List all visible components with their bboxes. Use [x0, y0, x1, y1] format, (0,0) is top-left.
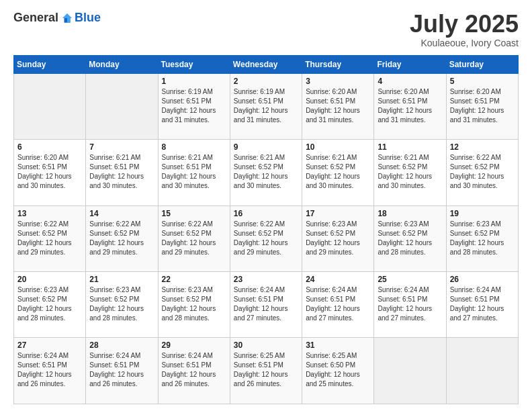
- day-info: Sunrise: 6:21 AMSunset: 6:51 PMDaylight:…: [162, 153, 226, 191]
- day-number: 13: [17, 209, 82, 218]
- day-number: 2: [234, 77, 298, 86]
- day-info: Sunrise: 6:21 AMSunset: 6:52 PMDaylight:…: [378, 153, 442, 191]
- calendar-cell: [374, 338, 446, 404]
- page: General Blue July 2025 Koulaeoue, Ivory …: [0, 0, 532, 411]
- calendar-week-row: 27Sunrise: 6:24 AMSunset: 6:51 PMDayligh…: [14, 338, 519, 404]
- day-info: Sunrise: 6:22 AMSunset: 6:52 PMDaylight:…: [162, 220, 226, 257]
- day-number: 24: [306, 275, 370, 284]
- calendar-cell: 7Sunrise: 6:21 AMSunset: 6:51 PMDaylight…: [86, 140, 158, 205]
- day-info: Sunrise: 6:24 AMSunset: 6:51 PMDaylight:…: [162, 351, 226, 389]
- calendar-cell: [446, 338, 518, 404]
- calendar: SundayMondayTuesdayWednesdayThursdayFrid…: [13, 55, 519, 404]
- calendar-cell: 22Sunrise: 6:23 AMSunset: 6:52 PMDayligh…: [158, 272, 230, 338]
- day-number: 19: [450, 209, 515, 218]
- day-info: Sunrise: 6:19 AMSunset: 6:51 PMDaylight:…: [162, 87, 226, 125]
- calendar-cell: 3Sunrise: 6:20 AMSunset: 6:51 PMDaylight…: [302, 73, 374, 139]
- day-info: Sunrise: 6:20 AMSunset: 6:51 PMDaylight:…: [450, 87, 515, 125]
- day-number: 29: [162, 340, 226, 350]
- day-number: 1: [162, 77, 226, 86]
- calendar-cell: 26Sunrise: 6:24 AMSunset: 6:51 PMDayligh…: [446, 272, 518, 338]
- day-number: 20: [17, 275, 82, 284]
- calendar-cell: 25Sunrise: 6:24 AMSunset: 6:51 PMDayligh…: [374, 272, 446, 338]
- location-title: Koulaeoue, Ivory Coast: [410, 38, 519, 48]
- day-number: 31: [306, 340, 370, 350]
- calendar-cell: 28Sunrise: 6:24 AMSunset: 6:51 PMDayligh…: [86, 338, 158, 404]
- day-info: Sunrise: 6:20 AMSunset: 6:51 PMDaylight:…: [306, 87, 370, 125]
- day-number: 12: [450, 142, 515, 152]
- day-number: 21: [89, 275, 154, 284]
- calendar-cell: 14Sunrise: 6:22 AMSunset: 6:52 PMDayligh…: [86, 205, 158, 271]
- day-number: 10: [306, 142, 370, 152]
- calendar-cell: 29Sunrise: 6:24 AMSunset: 6:51 PMDayligh…: [158, 338, 230, 404]
- day-number: 16: [234, 209, 298, 218]
- month-title: July 2025: [410, 11, 519, 38]
- day-info: Sunrise: 6:24 AMSunset: 6:51 PMDaylight:…: [89, 351, 154, 389]
- day-number: 30: [234, 340, 298, 350]
- weekday-header: Thursday: [302, 55, 374, 73]
- calendar-cell: [86, 73, 158, 139]
- day-number: 22: [162, 275, 226, 284]
- calendar-cell: 8Sunrise: 6:21 AMSunset: 6:51 PMDaylight…: [158, 140, 230, 205]
- day-number: 17: [306, 209, 370, 218]
- calendar-cell: 17Sunrise: 6:23 AMSunset: 6:52 PMDayligh…: [302, 205, 374, 271]
- day-number: 9: [234, 142, 298, 152]
- day-info: Sunrise: 6:24 AMSunset: 6:51 PMDaylight:…: [306, 285, 370, 323]
- calendar-cell: 1Sunrise: 6:19 AMSunset: 6:51 PMDaylight…: [158, 73, 230, 139]
- calendar-header-row: SundayMondayTuesdayWednesdayThursdayFrid…: [14, 55, 519, 73]
- weekday-header: Monday: [86, 55, 158, 73]
- day-info: Sunrise: 6:22 AMSunset: 6:52 PMDaylight:…: [89, 220, 154, 257]
- day-number: 5: [450, 77, 515, 86]
- day-number: 23: [234, 275, 298, 284]
- calendar-cell: 13Sunrise: 6:22 AMSunset: 6:52 PMDayligh…: [14, 205, 86, 271]
- day-info: Sunrise: 6:24 AMSunset: 6:51 PMDaylight:…: [17, 351, 82, 389]
- calendar-cell: 12Sunrise: 6:22 AMSunset: 6:52 PMDayligh…: [446, 140, 518, 205]
- header: General Blue July 2025 Koulaeoue, Ivory …: [13, 11, 519, 48]
- day-number: 18: [378, 209, 442, 218]
- title-section: July 2025 Koulaeoue, Ivory Coast: [410, 11, 519, 48]
- logo: General Blue: [13, 11, 101, 25]
- day-info: Sunrise: 6:22 AMSunset: 6:52 PMDaylight:…: [17, 220, 82, 257]
- day-number: 8: [162, 142, 226, 152]
- calendar-week-row: 6Sunrise: 6:20 AMSunset: 6:51 PMDaylight…: [14, 140, 519, 205]
- day-info: Sunrise: 6:20 AMSunset: 6:51 PMDaylight:…: [378, 87, 442, 125]
- day-info: Sunrise: 6:22 AMSunset: 6:52 PMDaylight:…: [450, 153, 515, 191]
- calendar-cell: 15Sunrise: 6:22 AMSunset: 6:52 PMDayligh…: [158, 205, 230, 271]
- logo-icon: [61, 12, 73, 24]
- day-info: Sunrise: 6:25 AMSunset: 6:50 PMDaylight:…: [306, 351, 370, 389]
- calendar-week-row: 20Sunrise: 6:23 AMSunset: 6:52 PMDayligh…: [14, 272, 519, 338]
- calendar-week-row: 1Sunrise: 6:19 AMSunset: 6:51 PMDaylight…: [14, 73, 519, 139]
- calendar-cell: 21Sunrise: 6:23 AMSunset: 6:52 PMDayligh…: [86, 272, 158, 338]
- calendar-cell: 9Sunrise: 6:21 AMSunset: 6:52 PMDaylight…: [230, 140, 302, 205]
- day-info: Sunrise: 6:24 AMSunset: 6:51 PMDaylight:…: [450, 285, 515, 323]
- day-number: 7: [89, 142, 154, 152]
- day-info: Sunrise: 6:23 AMSunset: 6:52 PMDaylight:…: [17, 285, 82, 323]
- day-info: Sunrise: 6:21 AMSunset: 6:51 PMDaylight:…: [89, 153, 154, 191]
- weekday-header: Saturday: [446, 55, 518, 73]
- calendar-cell: [14, 73, 86, 139]
- day-number: 26: [450, 275, 515, 284]
- day-info: Sunrise: 6:23 AMSunset: 6:52 PMDaylight:…: [306, 220, 370, 257]
- day-info: Sunrise: 6:23 AMSunset: 6:52 PMDaylight:…: [378, 220, 442, 257]
- day-number: 4: [378, 77, 442, 86]
- calendar-cell: 23Sunrise: 6:24 AMSunset: 6:51 PMDayligh…: [230, 272, 302, 338]
- logo-blue-text: Blue: [75, 11, 101, 25]
- day-number: 3: [306, 77, 370, 86]
- day-number: 25: [378, 275, 442, 284]
- day-info: Sunrise: 6:22 AMSunset: 6:52 PMDaylight:…: [234, 220, 298, 257]
- day-info: Sunrise: 6:23 AMSunset: 6:52 PMDaylight:…: [162, 285, 226, 323]
- day-info: Sunrise: 6:23 AMSunset: 6:52 PMDaylight:…: [450, 220, 515, 257]
- day-number: 27: [17, 340, 82, 350]
- day-number: 6: [17, 142, 82, 152]
- day-number: 15: [162, 209, 226, 218]
- calendar-cell: 16Sunrise: 6:22 AMSunset: 6:52 PMDayligh…: [230, 205, 302, 271]
- day-number: 28: [89, 340, 154, 350]
- calendar-week-row: 13Sunrise: 6:22 AMSunset: 6:52 PMDayligh…: [14, 205, 519, 271]
- day-info: Sunrise: 6:21 AMSunset: 6:52 PMDaylight:…: [306, 153, 370, 191]
- day-number: 14: [89, 209, 154, 218]
- day-number: 11: [378, 142, 442, 152]
- calendar-cell: 31Sunrise: 6:25 AMSunset: 6:50 PMDayligh…: [302, 338, 374, 404]
- calendar-cell: 30Sunrise: 6:25 AMSunset: 6:51 PMDayligh…: [230, 338, 302, 404]
- calendar-cell: 11Sunrise: 6:21 AMSunset: 6:52 PMDayligh…: [374, 140, 446, 205]
- calendar-cell: 20Sunrise: 6:23 AMSunset: 6:52 PMDayligh…: [14, 272, 86, 338]
- calendar-cell: 2Sunrise: 6:19 AMSunset: 6:51 PMDaylight…: [230, 73, 302, 139]
